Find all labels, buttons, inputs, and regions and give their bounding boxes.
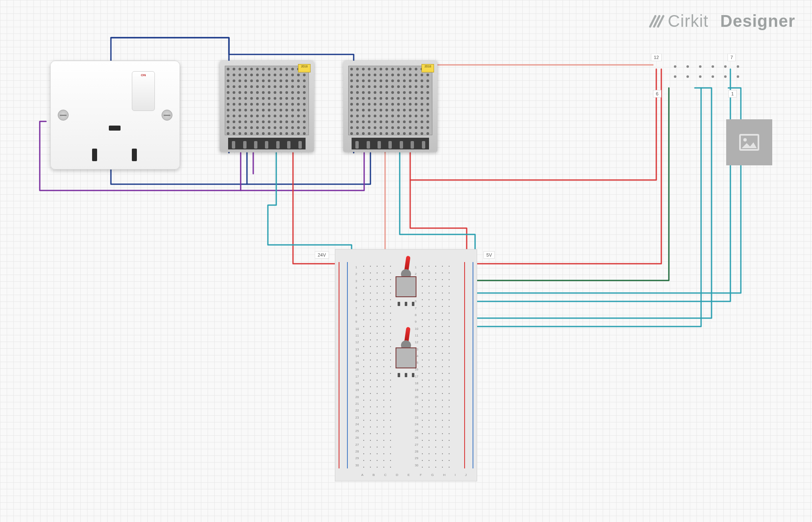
header-label-6: 6 bbox=[653, 90, 661, 98]
power-supply-1[interactable]: 2018 bbox=[220, 61, 314, 152]
label-24v: 24V bbox=[315, 251, 329, 259]
label-5v: 5V bbox=[483, 251, 495, 259]
power-supply-2[interactable]: 2018 bbox=[343, 61, 437, 152]
row-numbers-left: 1234567891011121314151617181920212223242… bbox=[355, 264, 359, 469]
header-label-12: 12 bbox=[651, 54, 662, 61]
toggle-switch-1[interactable] bbox=[393, 253, 419, 303]
col-letters-right: F G H I J bbox=[420, 473, 471, 477]
neutral-pin bbox=[132, 149, 137, 161]
psu-sticker: 2018 bbox=[298, 64, 311, 72]
pin-header[interactable] bbox=[670, 58, 745, 83]
image-icon bbox=[739, 134, 759, 151]
tie-points-right[interactable] bbox=[419, 263, 452, 468]
psu-terminals[interactable] bbox=[228, 138, 306, 149]
live-pin bbox=[92, 149, 97, 161]
switch-on-label: ON bbox=[141, 73, 146, 77]
socket-switch[interactable]: ON bbox=[132, 71, 155, 111]
power-rail-right[interactable] bbox=[463, 262, 474, 468]
screw-icon bbox=[58, 110, 69, 121]
brand-suffix: Designer bbox=[720, 12, 795, 31]
col-letters-left: A B C D E bbox=[361, 473, 414, 477]
uk-socket[interactable]: ON bbox=[50, 61, 180, 170]
power-rail-left[interactable] bbox=[338, 262, 349, 468]
screw-icon bbox=[162, 110, 172, 121]
psu-grille bbox=[225, 66, 309, 135]
toggle-pins bbox=[398, 373, 414, 377]
brand-name: Cirkit bbox=[668, 12, 709, 31]
psu-sticker: 2018 bbox=[421, 64, 434, 72]
psu-terminals[interactable] bbox=[352, 138, 429, 149]
svg-point-1 bbox=[743, 138, 747, 141]
image-placeholder[interactable] bbox=[726, 119, 772, 165]
header-label-1: 1 bbox=[728, 90, 737, 98]
psu-grille bbox=[348, 66, 432, 135]
toggle-switch-2[interactable] bbox=[393, 324, 419, 375]
toggle-pins bbox=[398, 302, 414, 306]
brand-watermark: Cirkit Designer bbox=[649, 12, 795, 31]
brand-icon bbox=[649, 13, 665, 29]
toggle-body bbox=[396, 276, 416, 297]
toggle-body bbox=[396, 347, 416, 368]
tie-points-left[interactable] bbox=[360, 263, 394, 468]
earth-pin bbox=[109, 126, 121, 131]
